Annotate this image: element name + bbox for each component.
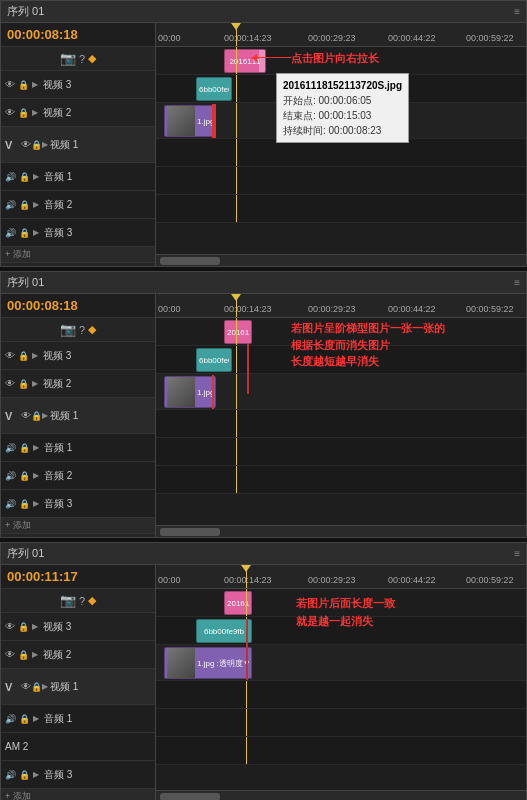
arrow-icon-a3-2[interactable]: ▶ xyxy=(33,499,39,508)
arrow-icon-a3-1[interactable]: ▶ xyxy=(33,228,39,237)
arrow-icon-v1-1[interactable]: ▶ xyxy=(42,140,48,149)
arrow-icon-a1-3[interactable]: ▶ xyxy=(33,714,39,723)
lock-icon-v1-2[interactable]: 🔒 xyxy=(31,411,42,421)
add-track-2[interactable]: + 添加 xyxy=(1,518,155,534)
eye-icon-v2-1[interactable]: 👁 xyxy=(5,107,15,118)
arrow-icon-a1-2[interactable]: ▶ xyxy=(33,443,39,452)
track-name-video2-2: 视频 2 xyxy=(43,377,71,391)
clip-v1-purple-3[interactable]: 1.jpg :透明度▼ xyxy=(164,647,252,679)
resize-handle-v3-1[interactable] xyxy=(259,50,265,72)
arrow-icon-v2-3[interactable]: ▶ xyxy=(32,650,38,659)
eye-icon-v3-1[interactable]: 👁 xyxy=(5,79,15,90)
question-icon-2[interactable]: ? xyxy=(79,324,85,336)
track-name-video1-3: 视频 1 xyxy=(50,680,78,694)
time-ruler-2: 00:00 00:00:14:23 00:00:29:23 00:00:44:2… xyxy=(156,294,526,318)
track-name-video1-2: 视频 1 xyxy=(50,409,78,423)
lock-icon-a2-2[interactable]: 🔒 xyxy=(19,471,30,481)
clip-v2-teal-3[interactable]: 6bb00fe9fb xyxy=(196,619,252,643)
lock-icon-v1-1[interactable]: 🔒 xyxy=(31,140,42,150)
arrow-icon-v3-2[interactable]: ▶ xyxy=(32,351,38,360)
clip-v3-pink-2[interactable]: 2016111 xyxy=(224,320,252,344)
speaker-icon-a2-2[interactable]: 🔊 xyxy=(5,471,16,481)
lock-icon-v3-2[interactable]: 🔒 xyxy=(18,351,29,361)
speaker-icon-a2-1[interactable]: 🔊 xyxy=(5,200,16,210)
speaker-icon-a3-3[interactable]: 🔊 xyxy=(5,770,16,780)
clip-v3-pink-1[interactable]: 2016111 xyxy=(224,49,266,73)
speaker-icon-a1-1[interactable]: 🔊 xyxy=(5,172,16,182)
camera-icon-2[interactable]: 📷 xyxy=(60,322,76,337)
scrollbar-3[interactable] xyxy=(156,790,526,800)
eye-icon-v1-1[interactable]: 👁 xyxy=(21,139,31,150)
camera-icon-1[interactable]: 📷 xyxy=(60,51,76,66)
clip-v2-teal-2[interactable]: 6bb00fe0 xyxy=(196,348,232,372)
question-icon-1[interactable]: ? xyxy=(79,53,85,65)
eye-icon-v1-2[interactable]: 👁 xyxy=(21,410,31,421)
arrow-icon-a2-1[interactable]: ▶ xyxy=(33,200,39,209)
arrow-icon-v2-1[interactable]: ▶ xyxy=(32,108,38,117)
eye-icon-v2-3[interactable]: 👁 xyxy=(5,649,15,660)
lock-icon-v1-3[interactable]: 🔒 xyxy=(31,682,42,692)
clip-v1-purple-1[interactable]: 1.jpg ▼ xyxy=(164,105,216,137)
v-label-1: V xyxy=(5,139,19,151)
lock-icon-a1-1[interactable]: 🔒 xyxy=(19,172,30,182)
panel-3-menu[interactable]: ≡ xyxy=(514,548,520,559)
arrow-icon-v3-1[interactable]: ▶ xyxy=(32,80,38,89)
arrow-icon-a2-2[interactable]: ▶ xyxy=(33,471,39,480)
lock-icon-v2-2[interactable]: 🔒 xyxy=(18,379,29,389)
panel-3-title: 序列 01 xyxy=(7,546,44,561)
timecode-2: 00:00:08:18 xyxy=(7,298,78,313)
scrollbar-1[interactable] xyxy=(156,254,526,266)
eye-icon-v2-2[interactable]: 👁 xyxy=(5,378,15,389)
v-label-3: V xyxy=(5,681,19,693)
lock-icon-a1-2[interactable]: 🔒 xyxy=(19,443,30,453)
arrow-icon-v3-3[interactable]: ▶ xyxy=(32,622,38,631)
arrow-icon-v1-3[interactable]: ▶ xyxy=(42,682,48,691)
panel-2-header: 序列 01 ≡ xyxy=(1,272,526,294)
arrow-icon-a1-1[interactable]: ▶ xyxy=(33,172,39,181)
lock-icon-a3-1[interactable]: 🔒 xyxy=(19,228,30,238)
clip-v2-teal-1[interactable]: 6bb00fe0 xyxy=(196,77,232,101)
speaker-icon-a1-3[interactable]: 🔊 xyxy=(5,714,16,724)
track-name-audio2-2: 音频 2 xyxy=(44,469,72,483)
lock-icon-a3-2[interactable]: 🔒 xyxy=(19,499,30,509)
arrow-icon-a3-3[interactable]: ▶ xyxy=(33,770,39,779)
speaker-icon-a3-1[interactable]: 🔊 xyxy=(5,228,16,238)
speaker-icon-a1-2[interactable]: 🔊 xyxy=(5,443,16,453)
clip-v1-purple-2[interactable]: 1.jpg ▼ xyxy=(164,376,216,408)
question-icon-3[interactable]: ? xyxy=(79,595,85,607)
lock-icon-v3-3[interactable]: 🔒 xyxy=(18,622,29,632)
eye-icon-v3-3[interactable]: 👁 xyxy=(5,621,15,632)
arrow-icon-v1-2[interactable]: ▶ xyxy=(42,411,48,420)
diamond-icon-1[interactable]: ◆ xyxy=(88,52,96,65)
scrollbar-2[interactable] xyxy=(156,525,526,537)
eye-icon-v1-3[interactable]: 👁 xyxy=(21,681,31,692)
panel-3: 序列 01 ≡ 00:00:11:17 📷 ? ◆ 👁 🔒 ▶ 视频 3 👁 🔒… xyxy=(0,542,527,800)
track-name-video1-1: 视频 1 xyxy=(50,138,78,152)
scroll-thumb-3[interactable] xyxy=(160,793,220,800)
arrow-icon-v2-2[interactable]: ▶ xyxy=(32,379,38,388)
add-track-3[interactable]: + 添加 xyxy=(1,789,155,800)
lock-icon-v2-1[interactable]: 🔒 xyxy=(18,108,29,118)
panel-2-menu[interactable]: ≡ xyxy=(514,277,520,288)
lock-icon-a3-3[interactable]: 🔒 xyxy=(19,770,30,780)
speaker-icon-a3-2[interactable]: 🔊 xyxy=(5,499,16,509)
lock-icon-v2-3[interactable]: 🔒 xyxy=(18,650,29,660)
diamond-icon-2[interactable]: ◆ xyxy=(88,323,96,336)
scroll-thumb-2[interactable] xyxy=(160,528,220,536)
eye-icon-v3-2[interactable]: 👁 xyxy=(5,350,15,361)
content-row-audio1-3 xyxy=(156,681,526,709)
lock-icon-a2-1[interactable]: 🔒 xyxy=(19,200,30,210)
track-name-video2-1: 视频 2 xyxy=(43,106,71,120)
lock-icon-a1-3[interactable]: 🔒 xyxy=(19,714,30,724)
diamond-icon-3[interactable]: ◆ xyxy=(88,594,96,607)
add-track-1[interactable]: + 添加 xyxy=(1,247,155,263)
camera-icon-3[interactable]: 📷 xyxy=(60,593,76,608)
panel-1-menu[interactable]: ≡ xyxy=(514,6,520,17)
panel-1-label-col: 00:00:08:18 📷 ? ◆ 👁 🔒 ▶ 视频 3 👁 🔒 ▶ 视频 2 xyxy=(1,23,156,266)
panel-1-title: 序列 01 xyxy=(7,4,44,19)
clip-v3-pink-3[interactable]: 2016111 xyxy=(224,591,252,615)
track-name-audio3-2: 音频 3 xyxy=(44,497,72,511)
content-row-audio3-2 xyxy=(156,466,526,494)
lock-icon-v3-1[interactable]: 🔒 xyxy=(18,80,29,90)
scroll-thumb-1[interactable] xyxy=(160,257,220,265)
